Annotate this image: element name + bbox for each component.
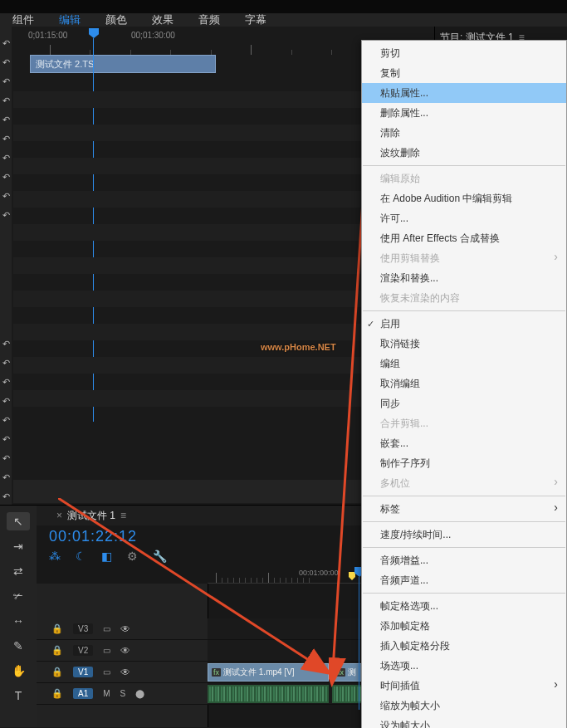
menu-item[interactable]: 标签	[362, 499, 566, 519]
eye-icon[interactable]: 👁	[120, 645, 130, 657]
menu-item[interactable]: 设为帧大小	[362, 716, 566, 728]
undo-icon[interactable]: ↶	[2, 130, 10, 147]
source-clip[interactable]: 测试文件 2.TS	[30, 55, 216, 73]
undo-icon[interactable]: ↶	[2, 111, 10, 128]
menu-item-label: 添加帧定格	[380, 620, 430, 632]
playhead-icon[interactable]	[89, 28, 99, 55]
linked-selection-icon[interactable]: ☾	[76, 550, 86, 563]
tab-captions[interactable]: 字幕	[245, 12, 266, 27]
menu-item[interactable]: 取消编组	[362, 374, 566, 393]
lock-icon[interactable]: 🔒	[51, 623, 63, 634]
undo-icon[interactable]: ↶	[2, 354, 10, 371]
video-clip[interactable]: fx测试文件 1.mp4 [V]	[208, 663, 329, 682]
menu-item[interactable]: 波纹删除	[362, 143, 566, 163]
undo-icon[interactable]: ↶	[2, 450, 10, 467]
undo-icon[interactable]: ↶	[2, 188, 10, 204]
menu-item[interactable]: 制作子序列	[362, 453, 566, 473]
record-icon[interactable]: ⬤	[135, 689, 144, 698]
panel-menu-icon[interactable]: ≡	[120, 510, 126, 521]
menu-item[interactable]: 在 Adobe Audition 中编辑剪辑	[362, 188, 566, 208]
menu-item[interactable]: 速度/持续时间...	[362, 525, 566, 545]
menu-item[interactable]: 编组	[362, 354, 566, 374]
menu-item[interactable]: 音频增益...	[362, 550, 566, 570]
settings-icon[interactable]: ⚙	[127, 550, 138, 563]
menu-item[interactable]: 缩放为帧大小	[362, 696, 566, 716]
menu-item[interactable]: 许可...	[362, 208, 566, 228]
toggle-output-icon[interactable]: ▭	[103, 646, 110, 655]
lock-icon[interactable]: 🔒	[51, 667, 63, 677]
menu-separator	[363, 310, 565, 311]
menu-separator	[363, 496, 565, 496]
undo-icon[interactable]: ↶	[2, 207, 10, 223]
menu-separator	[363, 521, 565, 522]
pen-tool-icon[interactable]: ✎	[7, 637, 30, 655]
menu-item[interactable]: 同步	[362, 393, 566, 413]
menu-item[interactable]: 取消链接	[362, 334, 566, 354]
close-icon[interactable]: ×	[56, 510, 62, 521]
eye-icon[interactable]: 👁	[120, 667, 130, 678]
track-label[interactable]: V1	[73, 667, 93, 677]
undo-icon[interactable]: ↶	[2, 335, 10, 352]
lock-icon[interactable]: 🔒	[51, 645, 63, 656]
track-label[interactable]: V3	[73, 623, 93, 634]
menu-item[interactable]: 渲染和替换...	[362, 268, 566, 288]
marker-icon[interactable]: ◧	[101, 550, 112, 563]
tab-color[interactable]: 颜色	[105, 12, 127, 27]
type-tool-icon[interactable]: T	[7, 686, 30, 705]
toggle-output-icon[interactable]: ▭	[103, 624, 110, 633]
menu-item[interactable]: 嵌套...	[362, 433, 566, 453]
wrench-icon[interactable]: 🔧	[153, 550, 167, 563]
track-label[interactable]: V2	[73, 645, 93, 656]
menu-item[interactable]: 使用 After Effects 合成替换	[362, 228, 566, 248]
tab-audio[interactable]: 音频	[198, 12, 220, 27]
menu-item[interactable]: 剪切	[362, 43, 566, 63]
toggle-output-icon[interactable]: ▭	[103, 667, 110, 677]
menu-item[interactable]: 添加帧定格	[362, 616, 566, 636]
undo-icon[interactable]: ↶	[2, 73, 10, 90]
eye-icon[interactable]: 👁	[120, 623, 130, 635]
timeline-tab[interactable]: 测试文件 1	[67, 509, 115, 523]
menu-item[interactable]: 插入帧定格分段	[362, 636, 566, 656]
menu-item-label: 粘贴属性...	[380, 87, 428, 99]
lock-icon[interactable]: 🔒	[51, 688, 63, 699]
razor-tool-icon[interactable]: ✃	[7, 587, 30, 605]
undo-icon[interactable]: ↶	[2, 374, 10, 390]
mute-icon[interactable]: M	[103, 689, 110, 698]
undo-icon[interactable]: ↶	[2, 169, 10, 185]
menu-item[interactable]: 粘贴属性...	[362, 83, 566, 103]
tab-editing[interactable]: 编辑	[59, 12, 81, 27]
menu-item[interactable]: 场选项...	[362, 656, 566, 676]
menu-item-label: 启用	[380, 318, 400, 330]
menu-item[interactable]: 清除	[362, 123, 566, 143]
ripple-tool-icon[interactable]: ⇄	[7, 562, 30, 580]
menu-item[interactable]: 帧定格选项...	[362, 596, 566, 616]
workspace-tabs[interactable]: 组件 编辑 颜色 效果 音频 字幕	[0, 0, 567, 27]
undo-icon[interactable]: ↶	[2, 469, 10, 486]
selection-tool-icon[interactable]: ↖	[7, 512, 30, 530]
undo-icon[interactable]: ↶	[2, 431, 10, 447]
track-label[interactable]: A1	[73, 688, 93, 699]
tab-effects[interactable]: 效果	[152, 12, 174, 27]
undo-icon[interactable]: ↶	[2, 149, 10, 166]
undo-icon[interactable]: ↶	[2, 393, 10, 409]
solo-icon[interactable]: S	[120, 689, 126, 698]
undo-icon[interactable]: ↶	[2, 92, 10, 109]
menu-item[interactable]: 复制	[362, 63, 566, 83]
menu-item[interactable]: ✓启用	[362, 314, 566, 334]
slip-tool-icon[interactable]: ↔	[7, 612, 30, 630]
hand-tool-icon[interactable]: ✋	[7, 662, 30, 680]
menu-item-label: 使用剪辑替换	[380, 252, 440, 264]
menu-item[interactable]: 音频声道...	[362, 570, 566, 590]
undo-icon[interactable]: ↶	[2, 488, 10, 505]
snap-icon[interactable]: ⁂	[49, 550, 61, 563]
undo-icon[interactable]: ↶	[2, 35, 10, 51]
context-menu[interactable]: 剪切复制粘贴属性...删除属性...清除波纹删除编辑原始在 Adobe Audi…	[361, 40, 567, 728]
undo-icon[interactable]: ↶	[2, 54, 10, 71]
fx-badge: fx	[336, 668, 345, 677]
tab-assembly[interactable]: 组件	[12, 12, 34, 27]
audio-clip[interactable]	[208, 685, 329, 703]
track-select-tool-icon[interactable]: ⇥	[7, 537, 30, 555]
menu-item[interactable]: 时间插值	[362, 676, 566, 696]
undo-icon[interactable]: ↶	[2, 412, 10, 428]
menu-item[interactable]: 删除属性...	[362, 103, 566, 123]
